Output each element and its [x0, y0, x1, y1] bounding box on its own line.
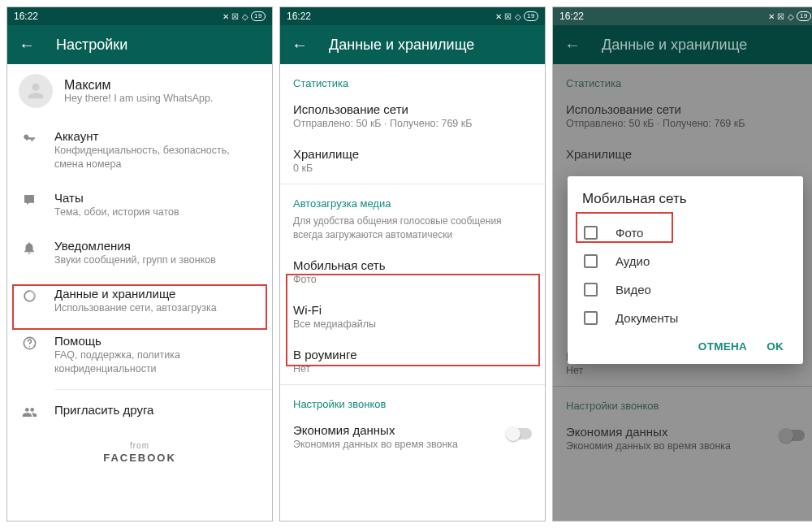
item-title: Экономия данных — [293, 423, 532, 437]
screen-data-storage-dialog: 16:22 ✕ ☒ ◇ 19 ← Данные и хранилище Стат… — [552, 6, 812, 522]
option-label: Фото — [615, 226, 643, 240]
ok-button[interactable]: OK — [767, 340, 784, 353]
back-icon[interactable]: ← — [292, 37, 308, 53]
checkbox-icon[interactable] — [584, 254, 598, 268]
item-title: Чаты — [54, 191, 179, 205]
bell-icon — [20, 239, 38, 255]
option-label: Видео — [615, 283, 651, 296]
settings-item-account[interactable]: АккаунтКонфиденциальность, безопасность,… — [7, 119, 272, 181]
back-icon[interactable]: ← — [564, 37, 581, 53]
item-title: Данные и хранилище — [54, 287, 217, 301]
profile-row[interactable]: Максим Hey there! I am using WhatsApp. — [7, 64, 272, 119]
item-roaming[interactable]: В роуминге Нет — [280, 340, 545, 384]
dnd-icon: ✕ — [222, 12, 230, 21]
chat-icon — [20, 191, 38, 207]
app-bar: ← Настройки — [7, 25, 272, 64]
data-usage-icon — [20, 287, 38, 304]
item-storage[interactable]: Хранилище 0 кБ — [280, 139, 545, 184]
battery-icon: 19 — [797, 11, 811, 21]
status-time: 16:22 — [287, 11, 311, 22]
avatar — [19, 74, 53, 108]
section-auto-download: Автозагрузка медиа — [280, 184, 545, 214]
back-icon[interactable]: ← — [19, 37, 35, 53]
item-sub: FAQ, поддержка, политика конфиденциально… — [54, 348, 259, 376]
section-call-settings: Настройки звонков — [280, 385, 545, 415]
item-title: Уведомления — [54, 239, 216, 253]
svg-point-2 — [28, 346, 29, 347]
section-statistics: Статистика — [280, 64, 545, 94]
item-title: Пригласить друга — [54, 403, 153, 417]
item-title: В роуминге — [293, 348, 532, 361]
settings-item-data-storage[interactable]: Данные и хранилищеИспользование сети, ав… — [7, 277, 272, 325]
settings-item-notifications[interactable]: УведомленияЗвуки сообщений, групп и звон… — [7, 229, 272, 277]
page-title: Данные и хранилище — [602, 37, 747, 54]
item-sub: Все медиафайлы — [293, 318, 532, 330]
facebook-label: FACEBOOK — [7, 452, 272, 464]
settings-item-help[interactable]: ПомощьFAQ, поддержка, политика конфиденц… — [7, 324, 272, 386]
no-sim-icon: ☒ — [777, 12, 785, 21]
item-data-saver[interactable]: Экономия данных Экономия данных во время… — [280, 415, 545, 460]
screen-data-storage: 16:22 ✕ ☒ ◇ 19 ← Данные и хранилище Стат… — [279, 6, 546, 522]
no-sim-icon: ☒ — [231, 12, 240, 21]
settings-item-invite[interactable]: Пригласить друга — [7, 393, 272, 430]
dnd-icon: ✕ — [768, 12, 775, 21]
status-bar: 16:22 ✕ ☒ ◇ 19 — [7, 7, 272, 25]
item-sub: Экономия данных во время звонка — [293, 439, 532, 450]
item-title: Мобильная сеть — [293, 258, 532, 272]
item-sub: Фото — [293, 274, 532, 285]
dialog-option-audio[interactable]: Аудио — [582, 247, 788, 275]
no-sim-icon: ☒ — [504, 12, 512, 21]
checkbox-icon[interactable] — [584, 283, 598, 296]
help-icon — [20, 334, 38, 351]
divider — [54, 389, 272, 390]
cancel-button[interactable]: ОТМЕНА — [698, 340, 747, 353]
dnd-icon: ✕ — [495, 12, 503, 21]
status-icons: ✕ ☒ ◇ 19 — [222, 11, 266, 21]
status-bar: 16:22 ✕ ☒ ◇ 19 — [553, 7, 812, 25]
page-title: Данные и хранилище — [329, 37, 474, 54]
app-bar: ← Данные и хранилище — [280, 25, 545, 64]
item-network-usage[interactable]: Использование сети Отправлено: 50 кБ · П… — [280, 94, 545, 139]
dialog-title: Мобильная сеть — [582, 191, 788, 207]
toggle-switch[interactable] — [508, 428, 532, 439]
status-time: 16:22 — [559, 11, 584, 22]
item-title: Использование сети — [293, 102, 532, 116]
status-time: 16:22 — [14, 11, 38, 22]
item-sub: Нет — [293, 363, 532, 374]
profile-status: Hey there! I am using WhatsApp. — [64, 93, 213, 104]
status-icons: ✕ ☒ ◇ 19 — [768, 11, 811, 21]
item-sub: Тема, обои, история чатов — [54, 206, 179, 219]
item-wifi[interactable]: Wi-Fi Все медиафайлы — [280, 295, 545, 340]
battery-icon: 19 — [524, 11, 538, 21]
item-sub: 0 кБ — [293, 162, 532, 174]
item-sub: Конфиденциальность, безопасность, смена … — [54, 144, 259, 171]
status-bar: 16:22 ✕ ☒ ◇ 19 — [280, 7, 545, 25]
people-icon — [20, 403, 38, 420]
battery-icon: 19 — [251, 11, 266, 21]
settings-item-chats[interactable]: ЧатыТема, обои, история чатов — [7, 181, 272, 229]
dialog-option-photo[interactable]: Фото — [582, 219, 788, 247]
app-bar: ← Данные и хранилище — [553, 25, 812, 64]
dialog-option-documents[interactable]: Документы — [582, 304, 788, 332]
key-icon — [20, 129, 38, 145]
item-sub: Звуки сообщений, групп и звонков — [54, 253, 216, 267]
item-sub: Отправлено: 50 кБ · Получено: 769 кБ — [293, 118, 532, 129]
item-title: Помощь — [54, 334, 259, 348]
option-label: Документы — [615, 311, 678, 325]
wifi-icon: ◇ — [788, 12, 795, 21]
page-title: Настройки — [56, 37, 127, 54]
wifi-icon: ◇ — [515, 12, 522, 21]
item-sub: Использование сети, автозагрузка — [54, 301, 217, 315]
wifi-icon: ◇ — [242, 12, 249, 21]
option-label: Аудио — [615, 254, 650, 268]
checkbox-icon[interactable] — [584, 226, 598, 240]
dialog-option-video[interactable]: Видео — [582, 275, 788, 304]
checkbox-icon[interactable] — [584, 311, 598, 325]
mobile-network-dialog: Мобильная сеть Фото Аудио Видео Документ… — [568, 176, 803, 364]
item-mobile-data[interactable]: Мобильная сеть Фото — [280, 250, 545, 295]
from-label: from — [7, 441, 272, 450]
screen-settings: 16:22 ✕ ☒ ◇ 19 ← Настройки Максим Hey th… — [6, 6, 273, 522]
status-icons: ✕ ☒ ◇ 19 — [495, 11, 538, 21]
section-auto-download-sub: Для удобства общения голосовые сообщения… — [280, 214, 545, 250]
item-title: Wi-Fi — [293, 303, 532, 317]
